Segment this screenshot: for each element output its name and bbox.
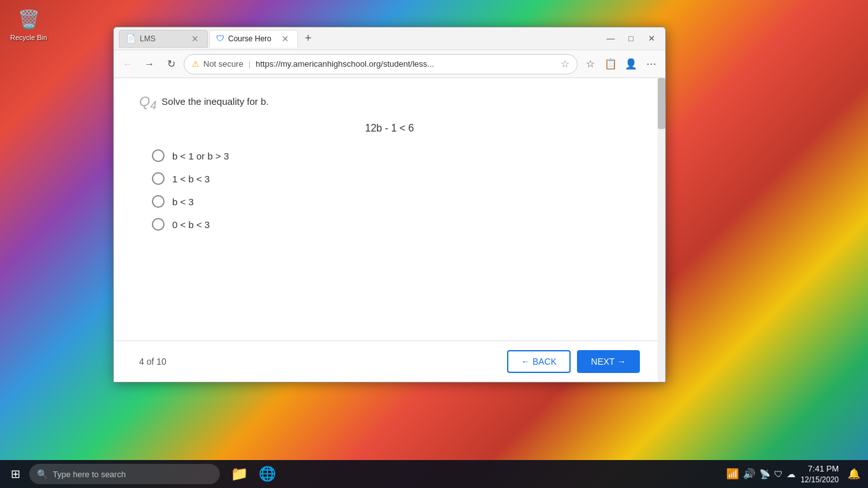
cloud-icon[interactable]: ☁ (787, 469, 796, 479)
favorites-icon[interactable]: ☆ (581, 55, 599, 73)
close-button[interactable]: ✕ (642, 32, 660, 45)
clock-date: 12/15/2020 (801, 475, 839, 485)
network-icon[interactable]: 📶 (726, 468, 739, 480)
url-text: https://my.americanhighschool.org/studen… (255, 59, 557, 69)
tab-bar: 📄 LMS ✕ 🛡 Course Hero ✕ + (119, 30, 597, 48)
desktop: 🗑️ Recycle Bin 📄 LMS ✕ 🛡 Course Hero ✕ (0, 0, 868, 488)
page-content: Q4 Solve the inequality for b. 12b - 1 <… (114, 78, 665, 382)
taskbar-clock[interactable]: 7:41 PM 12/15/2020 (801, 463, 839, 485)
taskbar: ⊞ 🔍 Type here to search 📁 🌐 📶 🔊 📡 🛡 ☁ (0, 460, 868, 488)
tab-coursehero-label: Course Hero (228, 34, 271, 43)
forward-button[interactable]: → (140, 55, 158, 73)
recycle-bin-label: Recycle Bin (10, 34, 47, 41)
equation: 12b - 1 < 6 (139, 123, 640, 134)
recycle-bin-icon[interactable]: 🗑️ Recycle Bin (6, 6, 51, 41)
question-number: Q4 (139, 93, 156, 112)
start-button[interactable]: ⊞ (4, 463, 27, 485)
back-button[interactable]: ← (119, 55, 137, 73)
quiz-footer: 4 of 10 ← BACK NEXT → (114, 341, 665, 382)
url-bar[interactable]: ⚠ Not secure | https://my.americanhighsc… (184, 54, 578, 74)
clock-time: 7:41 PM (801, 463, 839, 475)
separator: | (248, 59, 250, 69)
security-label: Not secure (203, 59, 243, 69)
radio-d[interactable] (152, 218, 165, 231)
file-explorer-app[interactable]: 📁 (226, 461, 252, 487)
toolbar-icons: ☆ 📋 👤 ⋯ (581, 55, 660, 73)
tab-coursehero-close[interactable]: ✕ (280, 32, 291, 45)
scrollbar-thumb[interactable] (658, 78, 665, 129)
taskbar-right: 📶 🔊 📡 🛡 ☁ 7:41 PM 12/15/2020 🔔 (726, 463, 864, 485)
edge-icon: 🌐 (259, 466, 276, 482)
progress-text: 4 of 10 (139, 356, 166, 367)
option-b-label: 1 < b < 3 (172, 173, 210, 184)
option-d-label: 0 < b < 3 (172, 219, 210, 230)
radio-a[interactable] (152, 149, 165, 162)
collections-icon[interactable]: 📋 (602, 55, 620, 73)
file-explorer-icon: 📁 (231, 466, 248, 482)
security-icon[interactable]: 🛡 (774, 469, 783, 479)
radio-c[interactable] (152, 195, 165, 208)
search-placeholder: Type here to search (53, 470, 126, 479)
scrollbar-track[interactable] (658, 78, 665, 382)
taskbar-search[interactable]: 🔍 Type here to search (29, 464, 220, 484)
address-bar: ← → ↻ ⚠ Not secure | https://my.american… (114, 50, 665, 78)
window-controls: — □ ✕ (602, 32, 660, 45)
option-b[interactable]: 1 < b < 3 (152, 172, 640, 185)
title-bar: 📄 LMS ✕ 🛡 Course Hero ✕ + — □ ✕ (114, 27, 665, 50)
footer-buttons: ← BACK NEXT → (507, 350, 640, 373)
tab-lms[interactable]: 📄 LMS ✕ (119, 30, 208, 48)
radio-b[interactable] (152, 172, 165, 185)
options-list: b < 1 or b > 3 1 < b < 3 b < 3 0 < b < 3 (152, 149, 640, 231)
quiz-area: Q4 Solve the inequality for b. 12b - 1 <… (114, 78, 665, 341)
start-icon: ⊞ (11, 467, 20, 481)
tab-lms-close[interactable]: ✕ (189, 32, 201, 45)
option-d[interactable]: 0 < b < 3 (152, 218, 640, 231)
question-header: Q4 Solve the inequality for b. (139, 93, 640, 112)
maximize-button[interactable]: □ (622, 32, 640, 45)
option-c[interactable]: b < 3 (152, 195, 640, 208)
option-a[interactable]: b < 1 or b > 3 (152, 149, 640, 162)
add-tab-button[interactable]: + (299, 30, 317, 48)
edge-app[interactable]: 🌐 (254, 461, 280, 487)
notification-button[interactable]: 🔔 (844, 464, 864, 484)
tab-lms-label: LMS (140, 34, 156, 43)
menu-icon[interactable]: ⋯ (642, 55, 660, 73)
refresh-button[interactable]: ↻ (162, 55, 180, 73)
star-icon[interactable]: ☆ (560, 58, 569, 70)
next-button[interactable]: NEXT → (577, 350, 640, 373)
search-icon: 🔍 (37, 469, 48, 479)
tab-coursehero[interactable]: 🛡 Course Hero ✕ (209, 30, 298, 48)
wifi-icon[interactable]: 📡 (759, 469, 770, 479)
browser-window: 📄 LMS ✕ 🛡 Course Hero ✕ + — □ ✕ (113, 27, 666, 383)
volume-icon[interactable]: 🔊 (743, 468, 756, 480)
taskbar-system-icons: 📶 🔊 📡 🛡 ☁ (726, 468, 796, 480)
tab-coursehero-favicon: 🛡 (216, 34, 224, 43)
notification-icon: 🔔 (848, 468, 860, 480)
option-c-label: b < 3 (172, 196, 194, 207)
profile-icon[interactable]: 👤 (622, 55, 640, 73)
question-text: Solve the inequality for b. (161, 93, 268, 107)
minimize-button[interactable]: — (602, 32, 620, 45)
security-warning-icon: ⚠ (192, 59, 200, 69)
tab-lms-favicon: 📄 (126, 34, 136, 43)
taskbar-apps: 📁 🌐 (226, 461, 280, 487)
option-a-label: b < 1 or b > 3 (172, 151, 229, 161)
back-button[interactable]: ← BACK (507, 350, 571, 373)
